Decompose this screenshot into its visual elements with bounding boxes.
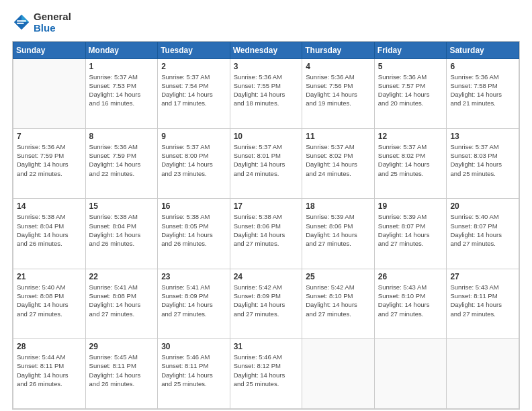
day-info: Sunrise: 5:38 AM Sunset: 8:05 PM Dayligh… [161, 212, 226, 248]
header-day: Monday [85, 42, 158, 58]
day-info: Sunrise: 5:40 AM Sunset: 8:08 PM Dayligh… [17, 283, 82, 318]
header: General Blue [12, 11, 520, 34]
svg-rect-3 [17, 23, 24, 24]
header-day: Friday [374, 42, 447, 58]
day-number: 18 [306, 201, 371, 211]
day-info: Sunrise: 5:43 AM Sunset: 8:10 PM Dayligh… [378, 283, 443, 318]
day-info: Sunrise: 5:44 AM Sunset: 8:11 PM Dayligh… [17, 353, 82, 388]
day-number: 31 [234, 342, 299, 351]
page: General Blue SundayMondayTuesdayWednesda… [0, 0, 532, 411]
calendar-week-row: 7Sunrise: 5:36 AM Sunset: 7:59 PM Daylig… [13, 128, 519, 198]
day-info: Sunrise: 5:37 AM Sunset: 8:01 PM Dayligh… [234, 142, 299, 178]
calendar-cell: 2Sunrise: 5:37 AM Sunset: 7:54 PM Daylig… [158, 58, 230, 128]
header-day: Wednesday [230, 42, 302, 58]
day-number: 17 [234, 201, 299, 211]
calendar-cell: 3Sunrise: 5:36 AM Sunset: 7:55 PM Daylig… [230, 58, 302, 128]
calendar-cell: 13Sunrise: 5:37 AM Sunset: 8:03 PM Dayli… [447, 128, 519, 198]
day-info: Sunrise: 5:37 AM Sunset: 8:02 PM Dayligh… [306, 142, 371, 178]
calendar-cell: 26Sunrise: 5:43 AM Sunset: 8:10 PM Dayli… [374, 269, 447, 338]
day-number: 12 [378, 132, 443, 141]
day-info: Sunrise: 5:36 AM Sunset: 7:57 PM Dayligh… [378, 73, 443, 108]
day-number: 13 [450, 132, 515, 141]
day-number: 26 [378, 272, 443, 281]
svg-rect-2 [17, 20, 26, 21]
day-info: Sunrise: 5:36 AM Sunset: 7:59 PM Dayligh… [17, 142, 82, 178]
calendar-cell: 7Sunrise: 5:36 AM Sunset: 7:59 PM Daylig… [13, 128, 86, 198]
day-info: Sunrise: 5:43 AM Sunset: 8:11 PM Dayligh… [450, 283, 515, 318]
day-info: Sunrise: 5:37 AM Sunset: 7:53 PM Dayligh… [89, 73, 154, 108]
day-number: 7 [17, 132, 82, 141]
day-number: 9 [161, 132, 226, 141]
calendar-cell: 5Sunrise: 5:36 AM Sunset: 7:57 PM Daylig… [374, 58, 447, 128]
day-number: 1 [89, 62, 154, 71]
calendar-header: SundayMondayTuesdayWednesdayThursdayFrid… [13, 42, 519, 58]
day-info: Sunrise: 5:46 AM Sunset: 8:11 PM Dayligh… [161, 353, 226, 388]
calendar-cell: 25Sunrise: 5:42 AM Sunset: 8:10 PM Dayli… [302, 269, 375, 338]
calendar-week-row: 21Sunrise: 5:40 AM Sunset: 8:08 PM Dayli… [13, 269, 519, 338]
day-info: Sunrise: 5:38 AM Sunset: 8:04 PM Dayligh… [17, 212, 82, 248]
calendar-cell: 27Sunrise: 5:43 AM Sunset: 8:11 PM Dayli… [447, 269, 519, 338]
calendar-body: 1Sunrise: 5:37 AM Sunset: 7:53 PM Daylig… [13, 58, 519, 409]
calendar-cell: 21Sunrise: 5:40 AM Sunset: 8:08 PM Dayli… [13, 269, 86, 338]
calendar-cell: 18Sunrise: 5:39 AM Sunset: 8:06 PM Dayli… [302, 199, 375, 269]
day-number: 16 [161, 201, 226, 211]
day-number: 28 [17, 342, 82, 351]
day-info: Sunrise: 5:38 AM Sunset: 8:04 PM Dayligh… [89, 212, 154, 248]
day-number: 4 [306, 62, 371, 71]
day-number: 2 [161, 62, 226, 71]
header-day: Thursday [302, 42, 375, 58]
calendar-cell: 28Sunrise: 5:44 AM Sunset: 8:11 PM Dayli… [13, 339, 86, 409]
day-info: Sunrise: 5:37 AM Sunset: 8:00 PM Dayligh… [161, 142, 226, 178]
calendar-week-row: 28Sunrise: 5:44 AM Sunset: 8:11 PM Dayli… [13, 339, 519, 409]
calendar: SundayMondayTuesdayWednesdayThursdayFrid… [12, 41, 520, 410]
calendar-cell: 20Sunrise: 5:40 AM Sunset: 8:07 PM Dayli… [447, 199, 519, 269]
calendar-cell: 11Sunrise: 5:37 AM Sunset: 8:02 PM Dayli… [302, 128, 375, 198]
day-number: 21 [17, 272, 82, 281]
day-info: Sunrise: 5:37 AM Sunset: 8:02 PM Dayligh… [378, 142, 443, 178]
logo-text: General Blue [34, 11, 71, 34]
day-number: 30 [161, 342, 226, 351]
day-info: Sunrise: 5:42 AM Sunset: 8:09 PM Dayligh… [234, 283, 299, 318]
calendar-cell: 1Sunrise: 5:37 AM Sunset: 7:53 PM Daylig… [85, 58, 158, 128]
calendar-week-row: 1Sunrise: 5:37 AM Sunset: 7:53 PM Daylig… [13, 58, 519, 128]
day-number: 10 [234, 132, 299, 141]
calendar-cell: 29Sunrise: 5:45 AM Sunset: 8:11 PM Dayli… [85, 339, 158, 409]
calendar-cell: 30Sunrise: 5:46 AM Sunset: 8:11 PM Dayli… [158, 339, 230, 409]
calendar-cell: 9Sunrise: 5:37 AM Sunset: 8:00 PM Daylig… [158, 128, 230, 198]
day-number: 20 [450, 201, 515, 211]
calendar-cell: 23Sunrise: 5:41 AM Sunset: 8:09 PM Dayli… [158, 269, 230, 338]
day-number: 6 [450, 62, 515, 71]
day-number: 5 [378, 62, 443, 71]
calendar-cell: 12Sunrise: 5:37 AM Sunset: 8:02 PM Dayli… [374, 128, 447, 198]
day-info: Sunrise: 5:37 AM Sunset: 8:03 PM Dayligh… [450, 142, 515, 178]
day-info: Sunrise: 5:39 AM Sunset: 8:07 PM Dayligh… [378, 212, 443, 248]
day-number: 23 [161, 272, 226, 281]
calendar-week-row: 14Sunrise: 5:38 AM Sunset: 8:04 PM Dayli… [13, 199, 519, 269]
calendar-cell [302, 339, 375, 409]
day-info: Sunrise: 5:39 AM Sunset: 8:06 PM Dayligh… [306, 212, 371, 248]
day-info: Sunrise: 5:36 AM Sunset: 7:59 PM Dayligh… [89, 142, 154, 178]
day-number: 14 [17, 201, 82, 211]
logo-icon [12, 13, 31, 32]
calendar-cell: 22Sunrise: 5:41 AM Sunset: 8:08 PM Dayli… [85, 269, 158, 338]
day-info: Sunrise: 5:46 AM Sunset: 8:12 PM Dayligh… [234, 353, 299, 388]
calendar-cell [374, 339, 447, 409]
day-info: Sunrise: 5:37 AM Sunset: 7:54 PM Dayligh… [161, 73, 226, 108]
calendar-cell [13, 58, 86, 128]
calendar-cell: 15Sunrise: 5:38 AM Sunset: 8:04 PM Dayli… [85, 199, 158, 269]
calendar-cell: 8Sunrise: 5:36 AM Sunset: 7:59 PM Daylig… [85, 128, 158, 198]
day-number: 8 [89, 132, 154, 141]
day-number: 11 [306, 132, 371, 141]
day-info: Sunrise: 5:41 AM Sunset: 8:08 PM Dayligh… [89, 283, 154, 318]
day-info: Sunrise: 5:36 AM Sunset: 7:55 PM Dayligh… [234, 73, 299, 108]
calendar-cell [447, 339, 519, 409]
day-number: 29 [89, 342, 154, 351]
day-info: Sunrise: 5:40 AM Sunset: 8:07 PM Dayligh… [450, 212, 515, 248]
calendar-cell: 24Sunrise: 5:42 AM Sunset: 8:09 PM Dayli… [230, 269, 302, 338]
calendar-cell: 31Sunrise: 5:46 AM Sunset: 8:12 PM Dayli… [230, 339, 302, 409]
day-number: 22 [89, 272, 154, 281]
header-row: SundayMondayTuesdayWednesdayThursdayFrid… [13, 42, 519, 58]
day-info: Sunrise: 5:45 AM Sunset: 8:11 PM Dayligh… [89, 353, 154, 388]
day-number: 24 [234, 272, 299, 281]
header-day: Tuesday [158, 42, 230, 58]
